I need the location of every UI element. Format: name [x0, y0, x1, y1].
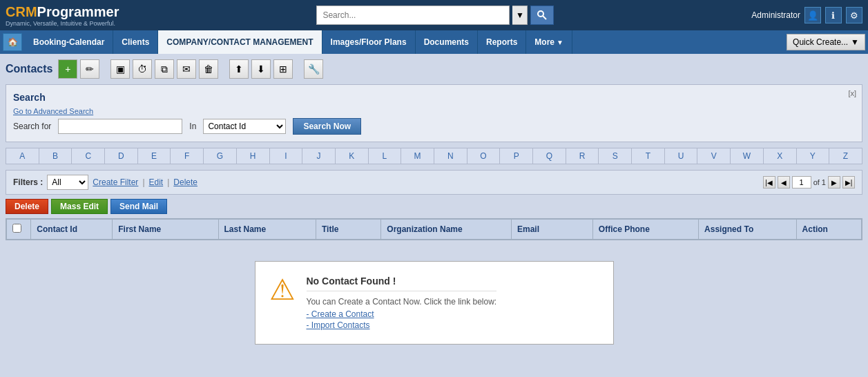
more-arrow-icon: ▼: [557, 39, 563, 46]
search-now-btn[interactable]: Search Now: [293, 118, 361, 135]
nav-documents[interactable]: Documents: [416, 30, 478, 54]
alpha-v[interactable]: V: [697, 148, 731, 164]
col-last-name-header[interactable]: Last Name: [218, 220, 316, 240]
edit-btn[interactable]: ✏: [80, 59, 99, 79]
alpha-f[interactable]: F: [171, 148, 204, 164]
alpha-a[interactable]: A: [6, 148, 39, 164]
nav-home-btn[interactable]: 🏠: [3, 33, 22, 51]
advanced-search-link[interactable]: Go to Advanced Search: [13, 107, 855, 115]
tools-btn[interactable]: 🔧: [304, 59, 323, 79]
history-btn[interactable]: ⏱: [133, 59, 152, 79]
alpha-l[interactable]: L: [369, 148, 402, 164]
search-panel: [x] Search Go to Advanced Search Search …: [6, 84, 862, 142]
search-text-input[interactable]: [58, 119, 182, 134]
settings-icon-btn[interactable]: ⚙: [846, 7, 862, 23]
col-email-header[interactable]: Email: [511, 220, 592, 240]
alpha-u[interactable]: U: [665, 148, 698, 164]
search-in-select[interactable]: Contact Id First Name Last Name Email: [203, 119, 286, 134]
col-contact-id-header[interactable]: Contact Id: [31, 220, 113, 240]
bulk-delete-btn[interactable]: Delete: [6, 199, 48, 214]
mass-edit-btn[interactable]: Mass Edit: [51, 199, 108, 214]
page-next-btn[interactable]: ▶: [828, 176, 840, 188]
warning-icon: ⚠: [269, 276, 296, 304]
search-go-btn[interactable]: [530, 6, 554, 25]
select-all-checkbox[interactable]: [12, 224, 21, 233]
filter-sep2: |: [167, 177, 169, 187]
nav-company[interactable]: COMPANY/CONTACT MANAGEMENT: [158, 30, 322, 54]
add-btn[interactable]: +: [58, 59, 77, 79]
import-btn[interactable]: ⬇: [251, 59, 271, 79]
alpha-d[interactable]: D: [105, 148, 138, 164]
alpha-g[interactable]: G: [204, 148, 237, 164]
copy-btn[interactable]: ⧉: [155, 59, 174, 79]
alpha-k[interactable]: K: [336, 148, 369, 164]
col-org-header[interactable]: Organization Name: [381, 220, 512, 240]
alpha-q[interactable]: Q: [533, 148, 566, 164]
edit-filter-link[interactable]: Edit: [149, 177, 164, 187]
alpha-r[interactable]: R: [566, 148, 599, 164]
toolbar: + ✏ ▣ ⏱ ⧉ ✉ 🗑 ⬆ ⬇ ⊞ 🔧: [58, 59, 323, 79]
info-icon-btn[interactable]: ℹ: [825, 7, 842, 23]
find-duplicates-btn[interactable]: ⊞: [273, 59, 293, 79]
view-btn[interactable]: ▣: [110, 59, 130, 79]
alpha-n[interactable]: N: [434, 148, 467, 164]
nav-images[interactable]: Images/Floor Plans: [322, 30, 416, 54]
create-filter-link[interactable]: Create Filter: [93, 177, 138, 187]
nav-reports[interactable]: Reports: [478, 30, 526, 54]
nav-more[interactable]: More ▼: [526, 30, 572, 54]
nav-clients[interactable]: Clients: [113, 30, 158, 54]
create-contact-link[interactable]: - Create a Contact: [307, 309, 497, 319]
col-phone-header[interactable]: Office Phone: [592, 220, 698, 240]
no-contact-content: No Contact Found ! You can Create a Cont…: [307, 276, 497, 330]
page-of: of 1: [813, 178, 826, 186]
alpha-o[interactable]: O: [467, 148, 501, 164]
send-mail-btn[interactable]: Send Mail: [110, 199, 167, 214]
col-title-header[interactable]: Title: [316, 220, 381, 240]
alpha-x[interactable]: X: [764, 148, 797, 164]
alpha-t[interactable]: T: [632, 148, 665, 164]
alpha-j[interactable]: J: [302, 148, 336, 164]
page-prev-btn[interactable]: ◀: [778, 176, 790, 188]
alpha-y[interactable]: Y: [797, 148, 830, 164]
alpha-z[interactable]: Z: [829, 148, 862, 164]
no-contact-message: You can Create a Contact Now. Click the …: [307, 297, 497, 307]
export-btn[interactable]: ⬆: [229, 59, 249, 79]
filter-sep1: |: [142, 177, 144, 187]
alpha-p[interactable]: P: [500, 148, 533, 164]
top-right-area: Administrator 👤 ℹ ⚙: [751, 7, 862, 23]
col-first-name-header[interactable]: First Name: [113, 220, 218, 240]
filter-left: Filters : All Create Filter | Edit | Del…: [13, 175, 197, 190]
quick-create-wrap: Quick Create... ▼: [787, 34, 865, 50]
nav-booking[interactable]: Booking-Calendar: [25, 30, 113, 54]
admin-label: Administrator: [751, 10, 800, 20]
table-header-row: Contact Id First Name Last Name Title Or…: [7, 220, 862, 240]
close-search-panel[interactable]: [x]: [848, 89, 856, 97]
alpha-m[interactable]: M: [401, 148, 434, 164]
user-icon-btn[interactable]: 👤: [804, 7, 821, 23]
delete-tool-btn[interactable]: 🗑: [199, 59, 218, 79]
global-search-bar: ▼: [316, 6, 554, 25]
page-input[interactable]: [792, 176, 811, 188]
col-assigned-header[interactable]: Assigned To: [699, 220, 796, 240]
alpha-s[interactable]: S: [599, 148, 632, 164]
import-contacts-link[interactable]: - Import Contacts: [307, 320, 497, 330]
action-buttons: Delete Mass Edit Send Mail: [6, 199, 862, 214]
alpha-c[interactable]: C: [72, 148, 105, 164]
page-last-btn[interactable]: ▶|: [842, 176, 855, 188]
page-title: Contacts: [6, 63, 52, 75]
alpha-e[interactable]: E: [138, 148, 171, 164]
alpha-h[interactable]: H: [237, 148, 270, 164]
delete-filter-link[interactable]: Delete: [173, 177, 197, 187]
global-search-input[interactable]: [316, 6, 510, 25]
page-first-btn[interactable]: |◀: [763, 176, 775, 188]
alpha-b[interactable]: B: [39, 148, 73, 164]
contacts-table: Contact Id First Name Last Name Title Or…: [6, 219, 862, 240]
quick-create-btn[interactable]: Quick Create... ▼: [787, 34, 865, 50]
alpha-w[interactable]: W: [731, 148, 764, 164]
message-btn[interactable]: ✉: [177, 59, 196, 79]
alpha-i[interactable]: I: [270, 148, 303, 164]
filter-bar: Filters : All Create Filter | Edit | Del…: [6, 170, 862, 195]
search-panel-title: Search: [13, 92, 855, 103]
search-dropdown-btn[interactable]: ▼: [512, 6, 528, 25]
filter-select[interactable]: All: [47, 175, 88, 190]
